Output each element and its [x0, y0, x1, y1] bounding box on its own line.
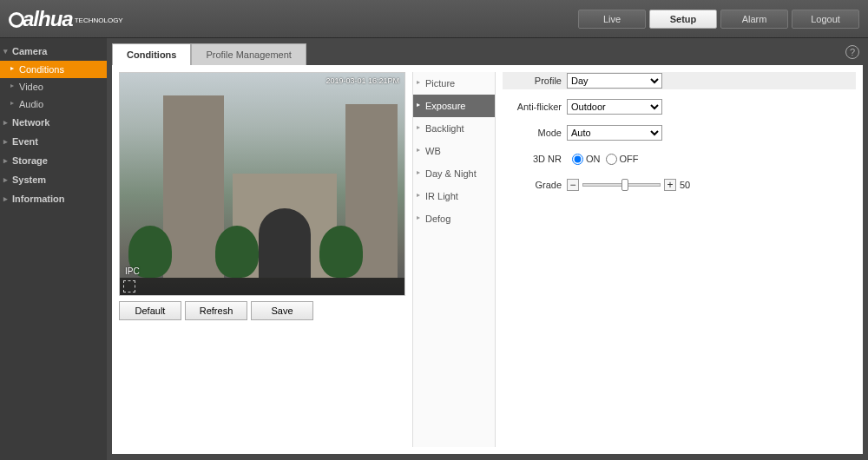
- grade-slider[interactable]: [582, 183, 661, 187]
- default-button[interactable]: Default: [119, 301, 181, 320]
- settings-menu: Picture Exposure Backlight WB Day & Nigh…: [412, 72, 496, 447]
- mode-select[interactable]: Auto: [567, 125, 662, 141]
- nav-alarm[interactable]: Alarm: [720, 10, 788, 29]
- mode-label: Mode: [510, 128, 562, 138]
- menu-daynight[interactable]: Day & Night: [413, 162, 495, 185]
- off-label: OFF: [620, 154, 639, 164]
- tab-profile-management[interactable]: Profile Management: [191, 43, 306, 65]
- fullscreen-icon[interactable]: [123, 280, 135, 292]
- sidebar-group-camera[interactable]: Camera: [0, 42, 107, 61]
- grade-label: Grade: [510, 180, 562, 190]
- sidebar: Camera Conditions Video Audio Network Ev…: [0, 38, 107, 460]
- menu-picture[interactable]: Picture: [413, 72, 495, 95]
- menu-backlight[interactable]: Backlight: [413, 117, 495, 140]
- sidebar-group-information[interactable]: Information: [0, 189, 107, 208]
- sidebar-item-video[interactable]: Video: [0, 78, 107, 95]
- menu-exposure[interactable]: Exposure: [413, 95, 495, 117]
- menu-wb[interactable]: WB: [413, 140, 495, 162]
- sidebar-group-system[interactable]: System: [0, 170, 107, 189]
- menu-defog[interactable]: Defog: [413, 207, 495, 230]
- grade-plus-button[interactable]: +: [664, 179, 676, 191]
- profile-select[interactable]: Day: [567, 73, 662, 89]
- nav-setup[interactable]: Setup: [649, 10, 717, 29]
- video-preview: 2019-03-01 16:21PM IPC: [119, 72, 405, 296]
- help-icon[interactable]: ?: [845, 45, 859, 59]
- grade-minus-button[interactable]: −: [567, 179, 579, 191]
- 3dnr-label: 3D NR: [510, 154, 562, 164]
- sidebar-group-event[interactable]: Event: [0, 132, 107, 151]
- grade-slider-thumb[interactable]: [621, 179, 628, 191]
- 3dnr-off-radio[interactable]: [606, 154, 617, 165]
- on-label: ON: [586, 154, 601, 164]
- sidebar-item-conditions[interactable]: Conditions: [0, 61, 107, 78]
- tab-conditions[interactable]: Conditions: [112, 43, 191, 65]
- 3dnr-on-radio[interactable]: [572, 154, 583, 165]
- menu-irlight[interactable]: IR Light: [413, 185, 495, 207]
- antiflicker-select[interactable]: Outdoor: [567, 99, 662, 115]
- preview-label: IPC: [125, 266, 140, 276]
- refresh-button[interactable]: Refresh: [185, 301, 247, 320]
- brand-logo: alhuaTECHNOLOGY: [9, 7, 123, 31]
- profile-label: Profile: [510, 76, 562, 86]
- sidebar-item-audio[interactable]: Audio: [0, 95, 107, 113]
- antiflicker-label: Anti-flicker: [510, 102, 562, 112]
- sidebar-group-storage[interactable]: Storage: [0, 151, 107, 170]
- nav-logout[interactable]: Logout: [792, 10, 859, 29]
- nav-live[interactable]: Live: [578, 10, 646, 29]
- save-button[interactable]: Save: [251, 301, 313, 320]
- grade-value: 50: [680, 180, 690, 190]
- preview-timestamp: 2019-03-01 16:21PM: [326, 76, 399, 85]
- sidebar-group-network[interactable]: Network: [0, 113, 107, 132]
